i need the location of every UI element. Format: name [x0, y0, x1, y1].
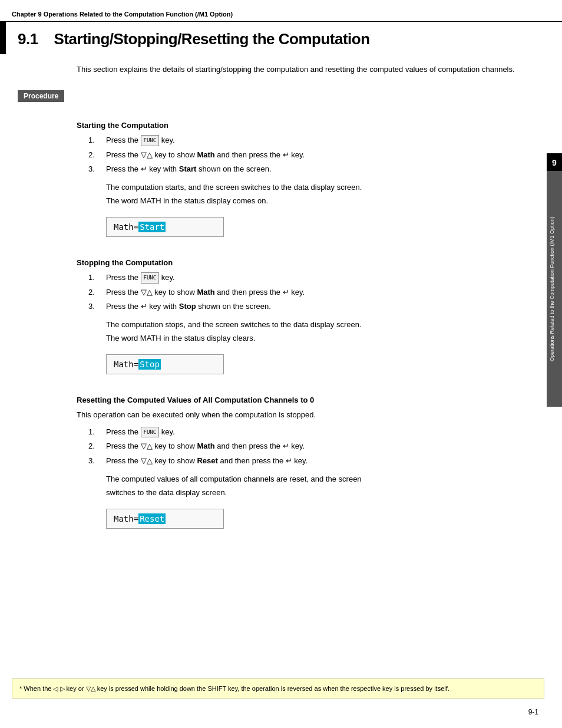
chapter-header: Chapter 9 Operations Related to the Comp… — [0, 0, 562, 22]
chapter-num-sidebar: 9 — [547, 153, 562, 172]
stopping-step-1: 1. Press the FUNC key. — [88, 272, 550, 284]
math-bold-2: Math — [197, 288, 214, 297]
sidebar-tab: Operations Related to the Computation Fu… — [547, 171, 562, 407]
footer-note: * When the ◁ ▷ key or ▽△ key is pressed … — [12, 678, 544, 699]
resetting-display-value: Reset — [138, 513, 166, 524]
reset-step-2-text: Press the ▽△ key to show Math and then p… — [106, 440, 550, 453]
stopping-display-prefix: Math= — [114, 360, 138, 369]
resetting-step-3: 3. Press the ▽△ key to show Reset and th… — [88, 455, 550, 467]
stopping-computation-section: Stopping the Computation 1. Press the FU… — [77, 258, 550, 381]
step-3-number: 3. — [88, 163, 106, 176]
resetting-subtitle: This operation can be executed only when… — [77, 409, 550, 421]
resetting-step-2: 2. Press the ▽△ key to show Math and the… — [88, 440, 550, 453]
math-bold-1: Math — [197, 150, 214, 159]
resetting-step-1: 1. Press the FUNC key. — [88, 426, 550, 439]
sidebar-chapter-number: 9 — [552, 158, 557, 167]
starting-title: Starting the Computation — [77, 121, 550, 130]
resetting-note-1: The computed values of all computation c… — [106, 473, 550, 486]
step-3-text: Press the ↵ key with Start shown on the … — [106, 163, 550, 176]
resetting-title: Resetting the Computed Values of All Com… — [77, 396, 550, 404]
reset-step-1-number: 1. — [88, 426, 106, 439]
reset-step-1-text: Press the FUNC key. — [106, 426, 550, 439]
stopping-note-1: The computation stops, and the screen sw… — [106, 319, 550, 331]
resetting-section: Resetting the Computed Values of All Com… — [77, 396, 550, 536]
reset-step-3-text: Press the ▽△ key to show Reset and then … — [106, 455, 550, 467]
step-2-text: Press the ▽△ key to show Math and then p… — [106, 149, 550, 162]
stopping-title: Stopping the Computation — [77, 258, 550, 267]
resetting-display: Math=Reset — [106, 504, 550, 536]
section-title-text: Starting/Stopping/Resetting the Computat… — [54, 30, 370, 48]
start-bold: Start — [179, 164, 197, 173]
footer-note-text: * When the ◁ ▷ key or ▽△ key is pressed … — [19, 685, 449, 692]
stop-step-3-text: Press the ↵ key with Stop shown on the s… — [106, 301, 550, 313]
math-bold-3: Math — [197, 442, 214, 450]
starting-display-value: Start — [138, 222, 166, 232]
page-number: 9-1 — [528, 708, 538, 716]
func-key-3: FUNC — [141, 427, 160, 437]
func-key-1: FUNC — [141, 135, 160, 146]
resetting-display-prefix: Math= — [114, 514, 138, 523]
reset-bold: Reset — [197, 456, 217, 465]
starting-computation-section: Starting the Computation 1. Press the FU… — [77, 121, 550, 244]
starting-display-box: Math=Start — [106, 217, 224, 237]
stop-step-1-number: 1. — [88, 272, 106, 284]
stop-step-1-text: Press the FUNC key. — [106, 272, 550, 284]
stopping-display-value: Stop — [138, 359, 161, 370]
procedure-badge-container: Procedure — [18, 90, 550, 111]
stopping-display: Math=Stop — [106, 350, 550, 381]
step-2-number: 2. — [88, 149, 106, 162]
stop-step-2-number: 2. — [88, 286, 106, 299]
section-title: 9.1 Starting/Stopping/Resetting the Comp… — [12, 22, 370, 54]
stopping-note-2: The word MATH in the status display clea… — [106, 332, 550, 345]
stopping-steps: 1. Press the FUNC key. 2. Press the ▽△ k… — [88, 272, 550, 313]
main-content: This section explains the details of sta… — [0, 64, 562, 536]
section-number: 9.1 — [18, 30, 38, 48]
procedure-badge: Procedure — [18, 90, 64, 102]
section-title-area: 9.1 Starting/Stopping/Resetting the Comp… — [0, 22, 562, 54]
sidebar-tab-text: Operations Related to the Computation Fu… — [549, 216, 555, 361]
stopping-step-3: 3. Press the ↵ key with Stop shown on th… — [88, 301, 550, 313]
starting-note-1: The computation starts, and the screen s… — [106, 182, 550, 194]
starting-display-prefix: Math= — [114, 222, 138, 232]
resetting-steps: 1. Press the FUNC key. 2. Press the ▽△ k… — [88, 426, 550, 467]
stop-step-2-text: Press the ▽△ key to show Math and then p… — [106, 286, 550, 299]
intro-text: This section explains the details of sta… — [77, 64, 550, 76]
chapter-header-text: Chapter 9 Operations Related to the Comp… — [12, 11, 233, 18]
page-container: Chapter 9 Operations Related to the Comp… — [0, 0, 562, 728]
section-left-bar — [0, 22, 6, 54]
stop-bold: Stop — [179, 302, 196, 311]
starting-display: Math=Start — [106, 212, 550, 244]
reset-step-2-number: 2. — [88, 440, 106, 453]
starting-step-2: 2. Press the ▽△ key to show Math and the… — [88, 149, 550, 162]
step-1-number: 1. — [88, 134, 106, 147]
resetting-display-box: Math=Reset — [106, 509, 224, 529]
func-key-2: FUNC — [141, 272, 160, 283]
starting-step-3: 3. Press the ↵ key with Start shown on t… — [88, 163, 550, 176]
stopping-step-2: 2. Press the ▽△ key to show Math and the… — [88, 286, 550, 299]
starting-step-1: 1. Press the FUNC key. — [88, 134, 550, 147]
reset-step-3-number: 3. — [88, 455, 106, 467]
resetting-note-2: switches to the data display screen. — [106, 487, 550, 499]
step-1-text: Press the FUNC key. — [106, 134, 550, 147]
stopping-display-box: Math=Stop — [106, 354, 224, 374]
starting-steps: 1. Press the FUNC key. 2. Press the ▽△ k… — [88, 134, 550, 176]
stop-step-3-number: 3. — [88, 301, 106, 313]
starting-note-2: The word MATH in the status display come… — [106, 195, 550, 207]
